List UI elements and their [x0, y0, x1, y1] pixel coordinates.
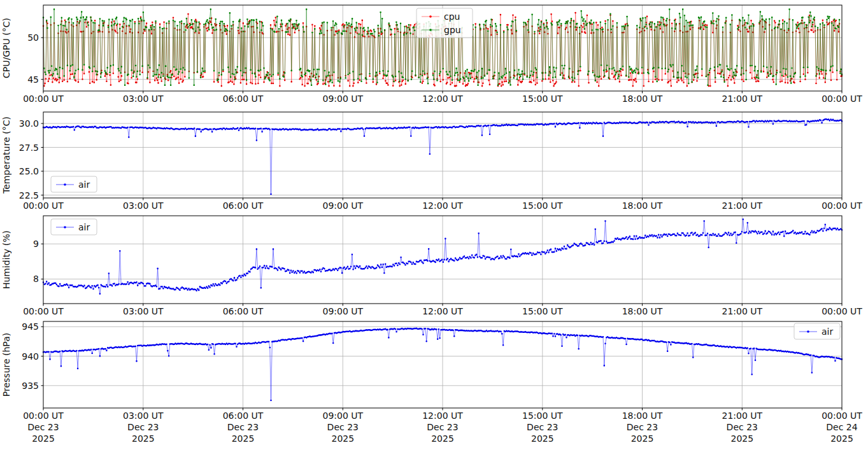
- legend-sample-marker: [429, 29, 432, 31]
- plots-svg: 00:00 UT03:00 UT06:00 UT09:00 UT12:00 UT…: [0, 0, 868, 450]
- ylabel-pressure: Pressure (hPa): [1, 333, 11, 397]
- x-tick-label: 06:00 UT: [223, 94, 264, 104]
- ylabel-cpu-gpu: CPU/GPU (°C): [1, 18, 11, 78]
- y-tick-label: 27.5: [19, 143, 39, 153]
- generated-plots: 00:00 UT03:00 UT06:00 UT09:00 UT12:00 UT…: [19, 5, 862, 444]
- legend-label: air: [822, 327, 833, 337]
- x-axis-panel-1: 00:00 UT03:00 UT06:00 UT09:00 UT12:00 UT…: [23, 198, 862, 211]
- x-year-label: 2025: [331, 433, 354, 444]
- panel-0: 00:00 UT03:00 UT06:00 UT09:00 UT12:00 UT…: [23, 5, 862, 104]
- x-tick-label: 03:00 UT: [123, 94, 164, 104]
- x-tick-label: 12:00 UT: [422, 411, 463, 421]
- x-tick-label: 00:00 UT: [23, 306, 64, 316]
- x-year-label: 2025: [232, 433, 255, 444]
- y-tick-label: 45: [27, 74, 39, 85]
- x-date-label: Dec 23: [327, 422, 359, 432]
- x-date-label: Dec 23: [727, 422, 758, 432]
- legend-panel-2: air: [51, 219, 97, 235]
- x-tick-label: 06:00 UT: [223, 306, 264, 316]
- legend-label: gpu: [444, 25, 461, 35]
- x-tick-label: 00:00 UT: [822, 94, 862, 104]
- x-tick-label: 09:00 UT: [322, 94, 363, 104]
- x-tick-label: 00:00 UT: [23, 94, 64, 104]
- x-date-label: Dec 23: [27, 422, 59, 432]
- y-axis-panel-1: 22.525.027.530.0: [19, 118, 43, 200]
- x-tick-label: 15:00 UT: [522, 200, 563, 211]
- x-tick-label: 09:00 UT: [322, 411, 363, 421]
- x-year-label: 2025: [730, 433, 753, 444]
- x-date-label: Dec 24: [826, 422, 857, 432]
- x-tick-label: 03:00 UT: [123, 200, 164, 211]
- legend-label: air: [78, 179, 90, 190]
- x-year-label: 2025: [431, 433, 454, 444]
- x-date-label: Dec 23: [627, 422, 658, 432]
- x-tick-label: 21:00 UT: [722, 306, 762, 316]
- x-year-label: 2025: [631, 433, 654, 444]
- legend-label: cpu: [444, 11, 460, 22]
- x-tick-label: 09:00 UT: [322, 200, 363, 211]
- x-date-label: Dec 23: [427, 422, 458, 432]
- x-tick-label: 21:00 UT: [722, 200, 762, 211]
- x-year-label: 2025: [531, 433, 554, 444]
- x-tick-label: 03:00 UT: [123, 306, 164, 316]
- y-tick-label: 945: [22, 321, 39, 332]
- ylabel-humidity: Humidity (%): [1, 230, 11, 289]
- legend-panel-0: cpugpu: [416, 8, 473, 38]
- ylabel-temperature: Temperature (°C): [1, 116, 11, 194]
- x-axis-panel-0: 00:00 UT03:00 UT06:00 UT09:00 UT12:00 UT…: [23, 91, 862, 104]
- legend-sample-marker: [64, 183, 66, 186]
- y-axis-panel-0: 4550: [27, 32, 43, 85]
- legend-sample-marker: [64, 226, 66, 229]
- y-axis-panel-2: 89: [33, 239, 43, 284]
- figure: 00:00 UT03:00 UT06:00 UT09:00 UT12:00 UT…: [0, 0, 868, 450]
- x-year-label: 2025: [32, 433, 55, 444]
- x-tick-label: 06:00 UT: [223, 200, 264, 211]
- x-date-label: Dec 23: [527, 422, 558, 432]
- legend-panel-3: air: [794, 323, 840, 339]
- x-date-label: Dec 23: [127, 422, 159, 432]
- y-tick-label: 940: [22, 351, 39, 362]
- x-tick-label: 00:00 UT: [822, 306, 862, 316]
- x-tick-label: 18:00 UT: [622, 306, 663, 316]
- x-axis-panel-2: 00:00 UT03:00 UT06:00 UT09:00 UT12:00 UT…: [23, 304, 862, 316]
- legend-sample-marker: [429, 15, 432, 18]
- x-tick-label: 18:00 UT: [622, 411, 663, 421]
- x-tick-label: 00:00 UT: [23, 411, 64, 421]
- panel-3: 00:00 UTDec 23202503:00 UTDec 23202506:0…: [22, 321, 862, 444]
- x-tick-label: 21:00 UT: [722, 94, 762, 104]
- panel-2: 00:00 UT03:00 UT06:00 UT09:00 UT12:00 UT…: [23, 216, 862, 316]
- x-date-label: Dec 23: [227, 422, 259, 432]
- x-tick-label: 09:00 UT: [322, 306, 363, 316]
- x-tick-label: 12:00 UT: [422, 200, 463, 211]
- y-tick-label: 9: [33, 239, 39, 249]
- x-tick-label: 06:00 UT: [223, 411, 264, 421]
- x-year-label: 2025: [830, 433, 853, 444]
- y-tick-label: 50: [27, 32, 39, 43]
- x-tick-label: 00:00 UT: [822, 411, 862, 421]
- x-tick-label: 21:00 UT: [722, 411, 762, 421]
- x-tick-label: 18:00 UT: [622, 94, 663, 104]
- x-tick-label: 18:00 UT: [622, 200, 663, 211]
- x-tick-label: 00:00 UT: [822, 200, 862, 211]
- y-tick-label: 25.0: [19, 166, 39, 176]
- y-axis-panel-3: 935940945: [22, 321, 43, 391]
- x-axis-panel-3: 00:00 UTDec 23202503:00 UTDec 23202506:0…: [23, 408, 862, 444]
- panel-1: 00:00 UT03:00 UT06:00 UT09:00 UT12:00 UT…: [19, 112, 862, 211]
- x-tick-label: 12:00 UT: [422, 94, 463, 104]
- legend-sample-marker: [807, 330, 809, 333]
- y-tick-label: 935: [22, 381, 39, 391]
- x-tick-label: 15:00 UT: [522, 94, 563, 104]
- x-tick-label: 00:00 UT: [23, 200, 64, 211]
- x-tick-label: 03:00 UT: [123, 411, 164, 421]
- y-tick-label: 30.0: [19, 118, 39, 129]
- x-tick-label: 12:00 UT: [422, 306, 463, 316]
- x-year-label: 2025: [132, 433, 155, 444]
- y-tick-label: 22.5: [19, 190, 39, 200]
- y-tick-label: 8: [33, 274, 39, 284]
- legend-panel-1: air: [51, 176, 97, 192]
- x-tick-label: 15:00 UT: [522, 411, 563, 421]
- x-tick-label: 15:00 UT: [522, 306, 563, 316]
- legend-label: air: [78, 222, 90, 232]
